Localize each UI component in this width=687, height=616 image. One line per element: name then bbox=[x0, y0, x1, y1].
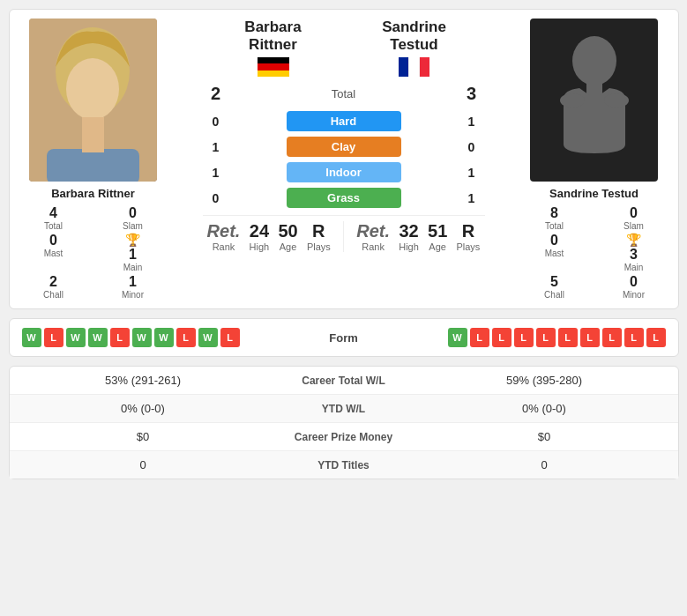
center-divider bbox=[343, 221, 344, 252]
center-stat-p1-age: 50 Age bbox=[278, 221, 297, 252]
total-label: Total bbox=[332, 87, 355, 100]
career-total-p2: 59% (395-280) bbox=[423, 374, 666, 387]
p2-form-8: L bbox=[602, 328, 622, 347]
p2-form-7: L bbox=[580, 328, 600, 347]
p1-form-2: L bbox=[44, 328, 63, 347]
p2-form-4: L bbox=[514, 328, 534, 347]
form-row: W L W W L W W L W L Form W L L L L L L L… bbox=[22, 328, 666, 347]
ytd-titles-label: YTD Titles bbox=[265, 459, 423, 471]
svg-point-5 bbox=[572, 36, 616, 85]
center-stat-p2-rank: Ret. Rank bbox=[356, 221, 390, 252]
center-stat-p1-rank: Ret. Rank bbox=[207, 221, 241, 252]
ytd-wl-label: YTD W/L bbox=[265, 403, 423, 415]
player2-silhouette-svg bbox=[555, 30, 634, 171]
player1-chall: 2 Chall bbox=[19, 274, 89, 300]
svg-point-8 bbox=[604, 93, 629, 108]
svg-point-7 bbox=[560, 93, 585, 108]
surface-rows: 0 Hard 1 1 Clay 0 1 Indoor 1 0 Grass bbox=[203, 111, 485, 208]
ytd-wl-p2: 0% (0-0) bbox=[423, 402, 666, 415]
player1-minor: 1 Minor bbox=[98, 274, 168, 300]
p1-form-5: L bbox=[110, 328, 130, 347]
player2-trophy-icon: 🏆 bbox=[626, 233, 641, 247]
player1-slam: 0 Slam bbox=[98, 205, 168, 231]
total-score-p2: 3 bbox=[459, 84, 485, 104]
career-total-p1: 53% (291-261) bbox=[22, 374, 265, 387]
center-player2-name: SandrineTestud bbox=[344, 19, 485, 54]
hard-badge: Hard bbox=[287, 111, 401, 131]
p2-form-10: L bbox=[646, 328, 666, 347]
p1-form-3: W bbox=[66, 328, 86, 347]
player2-chall: 5 Chall bbox=[519, 274, 590, 300]
p1-form-1: W bbox=[22, 328, 41, 347]
p1-form-8: L bbox=[176, 328, 196, 347]
center-stat-p2-high: 32 High bbox=[399, 221, 419, 252]
ytd-titles-p1: 0 bbox=[22, 458, 265, 471]
flag-fr bbox=[399, 57, 430, 77]
player2-block: Sandrine Testud 8 Total 0 Slam 0 Mast 🏆 … bbox=[519, 19, 669, 300]
player1-form-badges: W L W W L W W L W L bbox=[22, 328, 240, 347]
flag-de-black bbox=[258, 57, 289, 63]
center-stat-section: Ret. Rank 24 High 50 Age R Plays bbox=[203, 215, 485, 252]
prize-money-label: Career Prize Money bbox=[265, 431, 423, 443]
career-total-label: Career Total W/L bbox=[265, 375, 423, 387]
flag-fr-container bbox=[344, 57, 485, 77]
player-names-row: BarbaraRittner SandrineTestud bbox=[203, 19, 485, 54]
ytd-titles-p2: 0 bbox=[423, 458, 666, 471]
hard-score-p1: 0 bbox=[203, 115, 229, 129]
career-stats-table: 53% (291-261) Career Total W/L 59% (395-… bbox=[9, 366, 679, 479]
prize-money-row: $0 Career Prize Money $0 bbox=[10, 423, 678, 451]
player1-mast: 0 Mast bbox=[19, 233, 89, 272]
player2-photo bbox=[530, 19, 658, 182]
total-score-p1: 2 bbox=[203, 84, 229, 104]
p2-form-5: L bbox=[536, 328, 556, 347]
grass-score-p2: 1 bbox=[459, 191, 485, 205]
indoor-score-p1: 1 bbox=[203, 166, 229, 180]
flag-fr-white bbox=[408, 57, 420, 77]
surface-row-hard: 0 Hard 1 bbox=[203, 111, 485, 131]
hard-score-p2: 1 bbox=[459, 115, 485, 129]
career-total-row: 53% (291-261) Career Total W/L 59% (395-… bbox=[10, 367, 678, 395]
flag-de-gold bbox=[258, 71, 289, 77]
prize-money-p1: $0 bbox=[22, 430, 265, 443]
player2-stats: 8 Total 0 Slam 0 Mast 🏆 3 Main 5 bbox=[519, 205, 669, 300]
svg-point-2 bbox=[66, 58, 119, 120]
clay-badge: Clay bbox=[287, 137, 401, 157]
grass-badge: Grass bbox=[287, 188, 401, 208]
p2-form-9: L bbox=[624, 328, 644, 347]
surface-row-grass: 0 Grass 1 bbox=[203, 188, 485, 208]
svg-rect-4 bbox=[82, 117, 104, 152]
p2-form-3: L bbox=[492, 328, 512, 347]
player1-photo bbox=[29, 19, 157, 182]
surface-row-clay: 1 Clay 0 bbox=[203, 137, 485, 157]
ytd-wl-row: 0% (0-0) YTD W/L 0% (0-0) bbox=[10, 395, 678, 423]
player1-trophy-icon: 🏆 bbox=[125, 233, 140, 247]
player2-minor: 0 Minor bbox=[599, 274, 669, 300]
player1-total: 4 Total bbox=[19, 205, 89, 231]
clay-score-p2: 0 bbox=[459, 140, 485, 154]
player2-name: Sandrine Testud bbox=[549, 187, 638, 200]
p2-form-6: L bbox=[558, 328, 578, 347]
player1-main: 🏆 1 Main bbox=[98, 233, 168, 272]
top-section: Barbara Rittner 4 Total 0 Slam 0 Mast 🏆 … bbox=[19, 19, 669, 300]
clay-score-p1: 1 bbox=[203, 140, 229, 154]
grass-score-p1: 0 bbox=[203, 191, 229, 205]
flag-de-red bbox=[258, 63, 289, 70]
player1-stats: 4 Total 0 Slam 0 Mast 🏆 1 Main 2 bbox=[19, 205, 168, 300]
player1-block: Barbara Rittner 4 Total 0 Slam 0 Mast 🏆 … bbox=[19, 19, 168, 300]
p1-form-7: W bbox=[154, 328, 174, 347]
indoor-badge: Indoor bbox=[287, 162, 401, 182]
svg-rect-3 bbox=[47, 149, 139, 182]
player1-avatar-svg bbox=[29, 19, 157, 182]
player1-name: Barbara Rittner bbox=[51, 187, 135, 200]
center-block: BarbaraRittner SandrineTestud bbox=[203, 19, 485, 252]
player2-total: 8 Total bbox=[519, 205, 590, 231]
p1-form-10: L bbox=[220, 328, 240, 347]
ytd-wl-p1: 0% (0-0) bbox=[22, 402, 265, 415]
flag-fr-blue bbox=[399, 57, 408, 77]
p2-form-2: L bbox=[470, 328, 489, 347]
flag-de-container bbox=[203, 57, 344, 77]
player2-form-badges: W L L L L L L L L L bbox=[448, 328, 666, 347]
player2-slam: 0 Slam bbox=[599, 205, 669, 231]
ytd-titles-row: 0 YTD Titles 0 bbox=[10, 451, 678, 479]
player2-mast: 0 Mast bbox=[519, 233, 590, 272]
